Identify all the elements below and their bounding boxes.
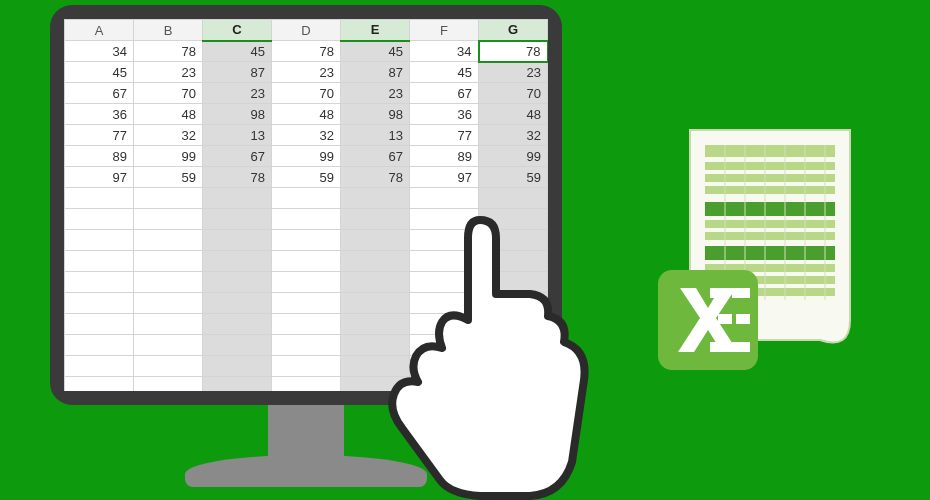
cell-empty[interactable] bbox=[341, 272, 410, 293]
cell-empty[interactable] bbox=[410, 335, 479, 356]
cell-empty[interactable] bbox=[410, 272, 479, 293]
cell-empty[interactable] bbox=[479, 293, 548, 314]
cell-A5[interactable]: 77 bbox=[65, 125, 134, 146]
cell-empty[interactable] bbox=[341, 293, 410, 314]
cell-C2[interactable]: 87 bbox=[203, 62, 272, 83]
cell-empty[interactable] bbox=[65, 293, 134, 314]
cell-empty[interactable] bbox=[203, 272, 272, 293]
cell-empty[interactable] bbox=[410, 251, 479, 272]
cell-empty[interactable] bbox=[272, 251, 341, 272]
cell-empty[interactable] bbox=[203, 251, 272, 272]
cell-empty[interactable] bbox=[410, 356, 479, 377]
cell-F3[interactable]: 67 bbox=[410, 83, 479, 104]
cell-D4[interactable]: 48 bbox=[272, 104, 341, 125]
cell-empty[interactable] bbox=[341, 356, 410, 377]
cell-empty[interactable] bbox=[272, 293, 341, 314]
column-header-G[interactable]: G bbox=[479, 20, 548, 41]
cell-E4[interactable]: 98 bbox=[341, 104, 410, 125]
cell-B1[interactable]: 78 bbox=[134, 41, 203, 62]
cell-empty[interactable] bbox=[272, 188, 341, 209]
column-header-E[interactable]: E bbox=[341, 20, 410, 41]
cell-empty[interactable] bbox=[479, 335, 548, 356]
column-header-C[interactable]: C bbox=[203, 20, 272, 41]
cell-G2[interactable]: 23 bbox=[479, 62, 548, 83]
cell-D6[interactable]: 99 bbox=[272, 146, 341, 167]
cell-C4[interactable]: 98 bbox=[203, 104, 272, 125]
cell-empty[interactable] bbox=[65, 314, 134, 335]
cell-C6[interactable]: 67 bbox=[203, 146, 272, 167]
cell-empty[interactable] bbox=[65, 272, 134, 293]
cell-empty[interactable] bbox=[134, 230, 203, 251]
cell-empty[interactable] bbox=[479, 209, 548, 230]
cell-G5[interactable]: 32 bbox=[479, 125, 548, 146]
cell-empty[interactable] bbox=[65, 251, 134, 272]
cell-empty[interactable] bbox=[134, 209, 203, 230]
cell-D7[interactable]: 59 bbox=[272, 167, 341, 188]
cell-E5[interactable]: 13 bbox=[341, 125, 410, 146]
cell-F6[interactable]: 89 bbox=[410, 146, 479, 167]
cell-empty[interactable] bbox=[341, 209, 410, 230]
cell-D2[interactable]: 23 bbox=[272, 62, 341, 83]
spreadsheet-table[interactable]: ABCDEFG 34784578453478452387238745236770… bbox=[64, 19, 548, 391]
cell-empty[interactable] bbox=[341, 377, 410, 392]
cell-G1[interactable]: 78 bbox=[479, 41, 548, 62]
cell-C3[interactable]: 23 bbox=[203, 83, 272, 104]
cell-E2[interactable]: 87 bbox=[341, 62, 410, 83]
cell-empty[interactable] bbox=[65, 188, 134, 209]
cell-empty[interactable] bbox=[203, 293, 272, 314]
cell-F5[interactable]: 77 bbox=[410, 125, 479, 146]
cell-empty[interactable] bbox=[134, 251, 203, 272]
cell-empty[interactable] bbox=[272, 230, 341, 251]
cell-empty[interactable] bbox=[203, 209, 272, 230]
cell-empty[interactable] bbox=[410, 293, 479, 314]
cell-empty[interactable] bbox=[341, 335, 410, 356]
cell-A6[interactable]: 89 bbox=[65, 146, 134, 167]
cell-empty[interactable] bbox=[341, 314, 410, 335]
cell-B4[interactable]: 48 bbox=[134, 104, 203, 125]
cell-empty[interactable] bbox=[479, 377, 548, 392]
cell-A3[interactable]: 67 bbox=[65, 83, 134, 104]
cell-empty[interactable] bbox=[272, 209, 341, 230]
cell-empty[interactable] bbox=[341, 251, 410, 272]
cell-empty[interactable] bbox=[272, 356, 341, 377]
cell-empty[interactable] bbox=[203, 335, 272, 356]
cell-B5[interactable]: 32 bbox=[134, 125, 203, 146]
cell-empty[interactable] bbox=[479, 314, 548, 335]
cell-empty[interactable] bbox=[479, 272, 548, 293]
cell-empty[interactable] bbox=[410, 230, 479, 251]
cell-empty[interactable] bbox=[134, 272, 203, 293]
cell-empty[interactable] bbox=[341, 230, 410, 251]
cell-G3[interactable]: 70 bbox=[479, 83, 548, 104]
cell-D1[interactable]: 78 bbox=[272, 41, 341, 62]
column-header-A[interactable]: A bbox=[65, 20, 134, 41]
cell-empty[interactable] bbox=[272, 272, 341, 293]
cell-empty[interactable] bbox=[65, 377, 134, 392]
cell-empty[interactable] bbox=[134, 356, 203, 377]
cell-empty[interactable] bbox=[134, 335, 203, 356]
cell-empty[interactable] bbox=[272, 314, 341, 335]
cell-D5[interactable]: 32 bbox=[272, 125, 341, 146]
cell-empty[interactable] bbox=[410, 314, 479, 335]
cell-G6[interactable]: 99 bbox=[479, 146, 548, 167]
cell-F2[interactable]: 45 bbox=[410, 62, 479, 83]
cell-empty[interactable] bbox=[203, 230, 272, 251]
cell-empty[interactable] bbox=[134, 314, 203, 335]
cell-B3[interactable]: 70 bbox=[134, 83, 203, 104]
cell-empty[interactable] bbox=[134, 377, 203, 392]
cell-D3[interactable]: 70 bbox=[272, 83, 341, 104]
cell-empty[interactable] bbox=[272, 335, 341, 356]
cell-empty[interactable] bbox=[65, 209, 134, 230]
cell-F7[interactable]: 97 bbox=[410, 167, 479, 188]
cell-B2[interactable]: 23 bbox=[134, 62, 203, 83]
cell-G7[interactable]: 59 bbox=[479, 167, 548, 188]
cell-A2[interactable]: 45 bbox=[65, 62, 134, 83]
cell-E1[interactable]: 45 bbox=[341, 41, 410, 62]
column-header-D[interactable]: D bbox=[272, 20, 341, 41]
cell-empty[interactable] bbox=[65, 230, 134, 251]
cell-empty[interactable] bbox=[341, 188, 410, 209]
cell-empty[interactable] bbox=[479, 251, 548, 272]
column-header-F[interactable]: F bbox=[410, 20, 479, 41]
cell-empty[interactable] bbox=[134, 293, 203, 314]
cell-A1[interactable]: 34 bbox=[65, 41, 134, 62]
cell-empty[interactable] bbox=[203, 377, 272, 392]
